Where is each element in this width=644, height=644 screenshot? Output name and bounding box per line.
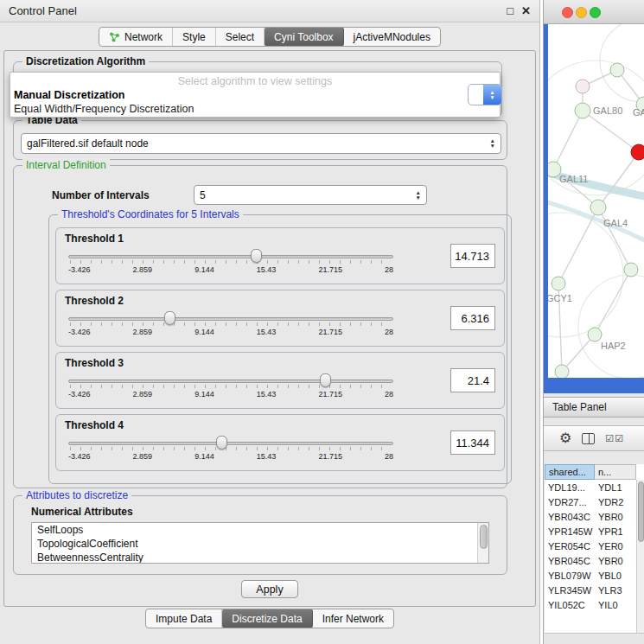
control-panel-tabs: Network Style Select Cyni Toolbox jActiv… <box>99 27 441 47</box>
network-graph: GAL80 GA GAL11 GAL4 GCY1 HAP2 <box>548 24 644 378</box>
tab-network[interactable]: Network <box>99 28 173 46</box>
threshold-3-value-field[interactable]: 21.4 <box>450 368 495 392</box>
table-row[interactable]: YBL079W YBL0 <box>545 568 644 583</box>
slider-tick-labels: -3.426 2.859 9.144 15.43 21.715 28 <box>68 265 393 274</box>
tab-cyni-toolbox[interactable]: Cyni Toolbox <box>265 27 343 47</box>
table-row[interactable]: YPR145W YPR1 <box>545 524 644 539</box>
list-item-betweennesscentrality[interactable]: BetweennessCentrality <box>32 551 488 564</box>
node[interactable] <box>576 80 590 93</box>
tab-label: Style <box>182 31 206 43</box>
threshold-1-slider[interactable] <box>68 249 393 265</box>
control-panel-titlebar: Control Panel □ ✕ <box>0 0 539 22</box>
columns-icon[interactable] <box>582 433 595 444</box>
table-row[interactable]: YBR043C YBR0 <box>545 509 644 524</box>
attributes-to-discretize-group: Attributes to discretize Numerical Attri… <box>13 495 507 575</box>
dropdown-option-manual-discretization[interactable]: Manual Discretization <box>14 89 125 101</box>
apply-button[interactable]: Apply <box>241 580 297 598</box>
slider-track <box>68 255 393 258</box>
table-bottom-bar <box>545 633 644 644</box>
tab-label: Network <box>124 31 163 43</box>
cyni-bottom-tabs: Impute Data Discretize Data Infer Networ… <box>145 609 394 628</box>
table-row[interactable]: YLR345W YLR3 <box>545 583 644 597</box>
threshold-2-slider[interactable] <box>68 311 393 327</box>
group-title: Interval Definition <box>22 159 110 171</box>
tab-label: Cyni Toolbox <box>274 31 333 43</box>
slider-ticks <box>70 447 392 450</box>
slider-ticks <box>70 322 392 326</box>
threshold-label: Threshold 2 <box>65 295 405 307</box>
tab-style[interactable]: Style <box>173 28 216 46</box>
threshold-4-slider[interactable] <box>68 436 393 451</box>
number-of-intervals-label: Number of Intervals <box>52 189 150 201</box>
threshold-1-value-field[interactable]: 14.713 <box>450 244 495 268</box>
gear-icon[interactable]: ⚙ <box>559 431 571 445</box>
table-panel-header: Table Panel <box>544 397 644 418</box>
network-canvas[interactable]: GAL80 GA GAL11 GAL4 GCY1 HAP2 <box>548 24 644 378</box>
threshold-4-value-field[interactable]: 11.344 <box>450 430 495 455</box>
table-row[interactable]: YDL19... YDL1 <box>545 480 644 494</box>
select-columns-icon[interactable]: ☑☑ <box>605 433 624 444</box>
list-scrollbar[interactable] <box>477 523 488 563</box>
node-gal4[interactable] <box>590 200 606 215</box>
number-of-intervals-combobox[interactable]: 5 ▲▼ <box>194 185 427 205</box>
slider-thumb[interactable] <box>251 249 262 263</box>
traffic-minimize-button[interactable] <box>576 7 587 18</box>
node[interactable] <box>555 365 569 378</box>
node-selected-red[interactable] <box>631 144 644 160</box>
node[interactable] <box>610 63 624 77</box>
table-row[interactable]: YER054C YER0 <box>545 539 644 553</box>
algorithm-combobox[interactable]: ▲▼ <box>468 84 502 105</box>
scrollbar-thumb[interactable] <box>480 525 488 549</box>
node-label-gal4: GAL4 <box>603 218 628 228</box>
group-title: Threshold's Coordinates for 5 Intervals <box>58 208 243 220</box>
slider-track <box>68 317 393 321</box>
thresholds-coordinates-group: Threshold's Coordinates for 5 Intervals … <box>48 214 512 484</box>
column-header-shared-name[interactable]: shared... <box>545 464 595 480</box>
node-label-gal11: GAL11 <box>559 174 588 184</box>
table-row[interactable]: YIL052C YIL0 <box>545 597 644 612</box>
node-label-gcy1: GCY1 <box>548 293 572 303</box>
slider-thumb[interactable] <box>164 311 175 325</box>
network-icon <box>109 32 120 42</box>
slider-thumb[interactable] <box>216 436 227 450</box>
node-label-hap2: HAP2 <box>601 341 626 351</box>
right-panel: GAL80 GA GAL11 GAL4 GCY1 HAP2 Table Pane… <box>543 0 644 644</box>
node-gal80[interactable] <box>575 103 590 118</box>
tab-jactivemnodules[interactable]: jActiveMNodules <box>344 28 440 46</box>
control-panel: Control Panel □ ✕ Network Style Select <box>0 0 540 644</box>
threshold-2-value-field[interactable]: 6.316 <box>450 306 495 330</box>
node-attribute-table: shared... n... YDL19... YDL1 YDR27... YD… <box>545 464 644 644</box>
scrollbar-thumb[interactable] <box>638 481 644 542</box>
cyni-toolbox-panel: Discretization Algorithm Select algorith… <box>3 50 536 607</box>
list-item-selfloops[interactable]: SelfLoops <box>32 523 488 537</box>
node-gcy1[interactable] <box>552 277 565 290</box>
list-item-topologicalcoefficient[interactable]: TopologicalCoefficient <box>32 537 488 551</box>
node-hap2[interactable] <box>588 328 602 341</box>
chevron-up-down-icon: ▲▼ <box>485 138 495 149</box>
tab-infer-network[interactable]: Infer Network <box>313 609 393 628</box>
traffic-zoom-button[interactable] <box>590 7 601 18</box>
column-header-name[interactable]: n... <box>595 464 636 480</box>
table-panel-title: Table Panel <box>552 401 607 413</box>
float-window-icon[interactable]: □ <box>507 5 513 17</box>
threshold-2-panel: Threshold 2 -3.426 2.859 9.144 <box>55 290 505 347</box>
threshold-1-panel: Threshold 1 -3.426 2.859 9.144 <box>55 227 505 284</box>
slider-track <box>68 442 393 445</box>
table-row[interactable]: YDR27... YDR2 <box>545 494 644 509</box>
tab-discretize-data[interactable]: Discretize Data <box>222 609 312 628</box>
table-row[interactable]: YBR045C YBR0 <box>545 553 644 568</box>
tab-impute-data[interactable]: Impute Data <box>146 609 222 628</box>
group-title: Attributes to discretize <box>22 489 131 501</box>
table-scrollbar[interactable] <box>636 480 644 633</box>
node-label-ga: GA <box>633 107 644 118</box>
close-icon[interactable]: ✕ <box>521 5 531 17</box>
traffic-close-button[interactable] <box>562 7 573 18</box>
slider-ticks <box>70 385 392 388</box>
threshold-label: Threshold 4 <box>65 419 405 431</box>
node[interactable] <box>624 263 638 277</box>
table-data-combobox[interactable]: galFiltered.sif default node ▲▼ <box>21 133 501 154</box>
tab-select[interactable]: Select <box>216 28 265 46</box>
dropdown-option-equal-width-frequency[interactable]: Equal Width/Frequency Discretization <box>14 103 194 115</box>
threshold-3-slider[interactable] <box>68 373 393 389</box>
slider-thumb[interactable] <box>320 373 331 387</box>
